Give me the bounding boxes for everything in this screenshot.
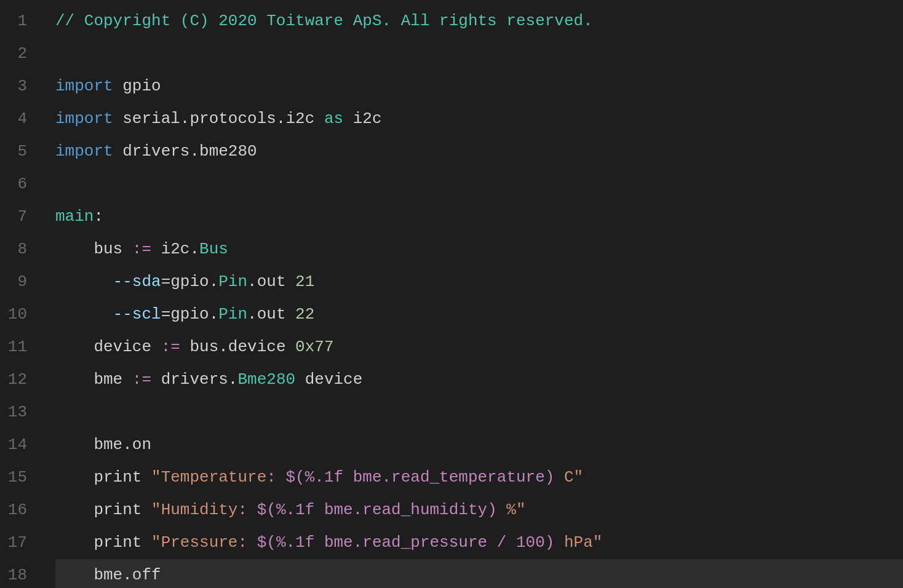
token-indent-9 <box>55 266 113 298</box>
token-var-8: i2c. <box>151 233 199 266</box>
line-num-17: 17 <box>0 526 37 559</box>
token-device-12: device <box>295 364 362 396</box>
token-str-close-15: C" <box>554 461 583 494</box>
token-hex-11: 0x77 <box>295 331 333 364</box>
line-num-18: 18 <box>0 559 37 588</box>
line-num-5: 5 <box>0 135 37 168</box>
token-as-4: as <box>324 103 343 135</box>
token-eq-9: =gpio. <box>161 266 219 298</box>
line-num-13: 13 <box>0 396 37 429</box>
token-bme280-12: Bme280 <box>237 364 295 396</box>
token-op-12: := <box>132 364 151 396</box>
token-bme-12: bme <box>55 364 132 396</box>
token-print-16: print <box>55 494 151 526</box>
token-str-open-15: "Temperature: <box>151 461 285 494</box>
code-line-3: import gpio <box>55 70 903 103</box>
token-flag-sda: --sda <box>113 266 161 298</box>
code-line-16: print "Humidity: $(%.1f bme.read_humidit… <box>55 494 903 526</box>
code-line-12: bme := drivers. Bme280 device <box>55 364 903 396</box>
code-line-14: bme.on <box>55 429 903 461</box>
token-str-close-16: %" <box>497 494 526 526</box>
code-line-18: bme.off <box>55 559 903 588</box>
line-num-3: 3 <box>0 70 37 103</box>
token-str-close-17: hPa" <box>554 526 602 559</box>
token-indent-8: bus <box>55 233 132 266</box>
token-bmeoff-18: bme.off <box>55 559 161 588</box>
token-str-open-17: "Pressure: <box>151 526 257 559</box>
code-line-1: // Copyright (C) 2020 Toitware ApS. All … <box>55 5 903 38</box>
code-line-15: print "Temperature: $(%.1f bme.read_temp… <box>55 461 903 494</box>
code-line-13 <box>55 396 903 429</box>
code-line-7: main : <box>55 201 903 233</box>
code-line-11: device := bus.device 0x77 <box>55 331 903 364</box>
code-content: // Copyright (C) 2020 Toitware ApS. All … <box>49 0 903 588</box>
token-interp-15: $(%.1f bme.read_temperature) <box>285 461 554 494</box>
token-interp-17: $(%.1f bme.read_pressure / 100) <box>257 526 555 559</box>
token-import-4: import <box>55 103 113 135</box>
token-pin-9: Pin <box>218 266 247 298</box>
token-print-15: print <box>55 461 151 494</box>
code-editor: 1 2 3 4 5 6 7 8 9 10 11 12 13 14 15 16 1… <box>0 0 903 588</box>
token-pin-10: Pin <box>218 298 247 331</box>
token-import-5: import <box>55 135 113 168</box>
line-num-16: 16 <box>0 494 37 526</box>
line-num-9: 9 <box>0 266 37 298</box>
token-module-4: serial.protocols.i2c <box>113 103 324 135</box>
code-line-5: import drivers.bme280 <box>55 135 903 168</box>
token-flag-scl: --scl <box>113 298 161 331</box>
token-main-7: main <box>55 201 93 233</box>
token-type-8: Bus <box>199 233 228 266</box>
token-comment-1: // Copyright (C) 2020 Toitware ApS. All … <box>55 5 593 38</box>
line-num-7: 7 <box>0 201 37 233</box>
code-line-4: import serial.protocols.i2c as i2c <box>55 103 903 135</box>
token-op-11: := <box>161 331 180 364</box>
line-num-10: 10 <box>0 298 37 331</box>
code-line-17: print "Pressure: $(%.1f bme.read_pressur… <box>55 526 903 559</box>
token-bmeon-14: bme.on <box>55 429 151 461</box>
line-num-11: 11 <box>0 331 37 364</box>
token-busdev-11: bus.device <box>180 331 295 364</box>
line-num-8: 8 <box>0 233 37 266</box>
line-num-6: 6 <box>0 168 37 201</box>
line-num-1: 1 <box>0 5 37 38</box>
token-eq-10: =gpio. <box>161 298 219 331</box>
token-alias-4: i2c <box>343 103 381 135</box>
token-module-5: drivers.bme280 <box>113 135 257 168</box>
token-out-10: .out <box>247 298 295 331</box>
token-import-3: import <box>55 70 113 103</box>
token-num-22: 22 <box>295 298 314 331</box>
token-module-3: gpio <box>113 70 161 103</box>
token-device-11: device <box>55 331 161 364</box>
code-line-9: --sda =gpio. Pin .out 21 <box>55 266 903 298</box>
token-str-open-16: "Humidity: <box>151 494 257 526</box>
code-line-2 <box>55 38 903 70</box>
line-num-12: 12 <box>0 364 37 396</box>
token-colon-7: : <box>93 201 103 233</box>
line-num-15: 15 <box>0 461 37 494</box>
token-interp-16: $(%.1f bme.read_humidity) <box>257 494 497 526</box>
line-num-4: 4 <box>0 103 37 135</box>
line-numbers: 1 2 3 4 5 6 7 8 9 10 11 12 13 14 15 16 1… <box>0 0 49 588</box>
code-line-8: bus := i2c. Bus <box>55 233 903 266</box>
token-drivers-12: drivers. <box>151 364 237 396</box>
token-indent-10 <box>55 298 113 331</box>
token-out-9: .out <box>247 266 295 298</box>
line-num-2: 2 <box>0 38 37 70</box>
token-op-8: := <box>132 233 151 266</box>
token-print-17: print <box>55 526 151 559</box>
line-num-14: 14 <box>0 429 37 461</box>
token-num-21: 21 <box>295 266 314 298</box>
code-line-6 <box>55 168 903 201</box>
code-line-10: --scl =gpio. Pin .out 22 <box>55 298 903 331</box>
